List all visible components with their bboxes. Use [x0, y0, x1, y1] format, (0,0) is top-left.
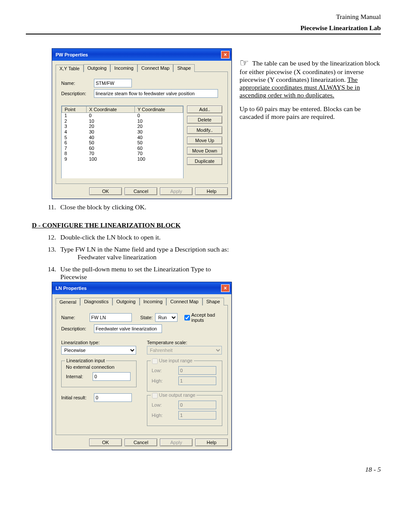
accept-bad-inputs-checkbox[interactable]	[184, 315, 190, 320]
help-button[interactable]: Help	[195, 187, 228, 195]
pw-name-label: Name:	[61, 81, 91, 86]
temp-scale-label: Temperature scale:	[147, 340, 222, 345]
table-row[interactable]: 76060	[62, 146, 183, 151]
use-input-range-group: Use input range Low: High:	[147, 361, 222, 392]
sidenote-p1a: The table can be used by the linearizati…	[240, 59, 380, 83]
step-11: 11. Close the block by clicking OK.	[44, 203, 381, 211]
table-row[interactable]: 32020	[62, 124, 183, 129]
sidenote-p2: Up to 60 pairs may be entered. Blocks ca…	[240, 105, 381, 121]
tab-connect-map[interactable]: Connect Map	[137, 64, 173, 72]
move-up-button[interactable]: Move Up	[187, 137, 222, 144]
input-low	[178, 366, 216, 375]
use-output-range-group: Use output range Low: High:	[147, 395, 222, 426]
internal-input[interactable]	[93, 372, 131, 381]
pw-name-input[interactable]	[94, 79, 132, 87]
ln-properties-dialog: LN Properties × General Diagnostics Outg…	[52, 282, 232, 450]
apply-button[interactable]: Apply	[160, 187, 193, 195]
header-title: Training Manual	[26, 13, 381, 21]
pw-titlebar[interactable]: PW Properties ×	[52, 49, 231, 61]
section-d-heading: D - CONFIGURE THE LINEARIZATION BLOCK	[32, 221, 381, 229]
table-row[interactable]: 9100100	[62, 156, 183, 162]
tab-incoming[interactable]: Incoming	[110, 64, 137, 72]
duplicate-button[interactable]: Duplicate	[187, 157, 222, 165]
tab-outgoing[interactable]: Outgoing	[84, 64, 111, 72]
table-row[interactable]: 21010	[62, 118, 183, 124]
tab-general[interactable]: General	[56, 298, 80, 306]
apply-button[interactable]: Apply	[160, 439, 193, 446]
table-row[interactable]: 65050	[62, 140, 183, 146]
table-row[interactable]: 100	[62, 113, 183, 118]
side-note: ☞ The table can be used by the lineariza…	[240, 48, 381, 199]
help-button[interactable]: Help	[195, 439, 228, 446]
ln-state-select[interactable]: Run	[155, 313, 177, 322]
lin-type-label: Linearization type:	[61, 340, 137, 345]
pointing-hand-icon: ☞	[240, 57, 249, 69]
step-13: 13. Type FW LN in the Name field and typ…	[44, 246, 381, 261]
cancel-button[interactable]: Cancel	[125, 439, 157, 446]
tab-connect-map[interactable]: Connect Map	[166, 298, 202, 305]
add-button[interactable]: Add..	[187, 106, 222, 113]
ln-tabs: General Diagnostics Outgoing Incoming Co…	[56, 298, 228, 305]
pw-properties-dialog: PW Properties × X,Y Table Outgoing Incom…	[52, 48, 232, 199]
col-point[interactable]: Point	[62, 106, 87, 113]
xy-table[interactable]: Point X Coordinate Y Coordinate 10021010…	[61, 106, 184, 178]
delete-button[interactable]: Delete	[187, 116, 222, 124]
tab-outgoing[interactable]: Outgoing	[112, 298, 140, 305]
table-row[interactable]: 43030	[62, 129, 183, 135]
step-14: 14. Use the pull-down menu to set the Li…	[44, 265, 381, 281]
linearization-input-group: Linearization input No external connecti…	[61, 361, 137, 387]
tab-shape[interactable]: Shape	[202, 298, 224, 305]
tab-incoming[interactable]: Incoming	[140, 298, 167, 305]
pw-title: PW Properties	[56, 52, 88, 57]
page-footer: 18 - 5	[26, 466, 381, 473]
step-12: 12. Double-click the LN block to open it…	[44, 233, 381, 241]
ln-titlebar[interactable]: LN Properties ×	[52, 282, 231, 294]
ln-state-label: State:	[140, 315, 153, 320]
header-subtitle: Piecewise Linearization Lab	[26, 24, 381, 32]
accept-bad-inputs[interactable]: Accept bad inputs	[184, 312, 222, 323]
pw-desc-input[interactable]	[94, 89, 218, 98]
output-low	[178, 401, 216, 409]
close-icon[interactable]: ×	[221, 51, 230, 59]
ln-name-input[interactable]	[90, 313, 132, 322]
pw-tabs: X,Y Table Outgoing Incoming Connect Map …	[56, 64, 228, 72]
modify-button[interactable]: Modify..	[187, 126, 222, 134]
pw-desc-label: Description:	[61, 91, 91, 96]
table-row[interactable]: 54040	[62, 135, 183, 140]
no-external-connection: No external connection	[66, 364, 132, 370]
table-row[interactable]: 87070	[62, 151, 183, 156]
internal-label: Internal:	[66, 374, 90, 379]
initial-result-label: Initial result:	[61, 395, 91, 400]
ok-button[interactable]: OK	[89, 439, 122, 446]
tab-shape[interactable]: Shape	[173, 64, 195, 72]
col-x[interactable]: X Coordinate	[87, 106, 135, 113]
lin-type-select[interactable]: Piecewise	[61, 346, 136, 355]
tab-xy-table[interactable]: X,Y Table	[56, 65, 84, 72]
ln-name-label: Name:	[61, 315, 87, 320]
page-header: Training Manual Piecewise Linearization …	[26, 13, 381, 34]
input-high	[178, 376, 216, 385]
temp-scale-select: Fahrenheit	[147, 346, 222, 355]
initial-result-input[interactable]	[94, 393, 132, 402]
cancel-button[interactable]: Cancel	[125, 187, 157, 195]
move-down-button[interactable]: Move Down	[187, 147, 222, 155]
col-y[interactable]: Y Coordinate	[135, 106, 183, 113]
output-high	[178, 411, 216, 420]
use-output-range-checkbox	[152, 393, 158, 398]
use-input-range-checkbox	[152, 358, 158, 364]
close-icon[interactable]: ×	[221, 284, 230, 292]
tab-diagnostics[interactable]: Diagnostics	[80, 298, 112, 305]
ln-desc-label: Description:	[61, 326, 91, 331]
ln-desc-input[interactable]	[94, 324, 162, 333]
ln-title: LN Properties	[56, 286, 87, 291]
ok-button[interactable]: OK	[89, 187, 122, 195]
